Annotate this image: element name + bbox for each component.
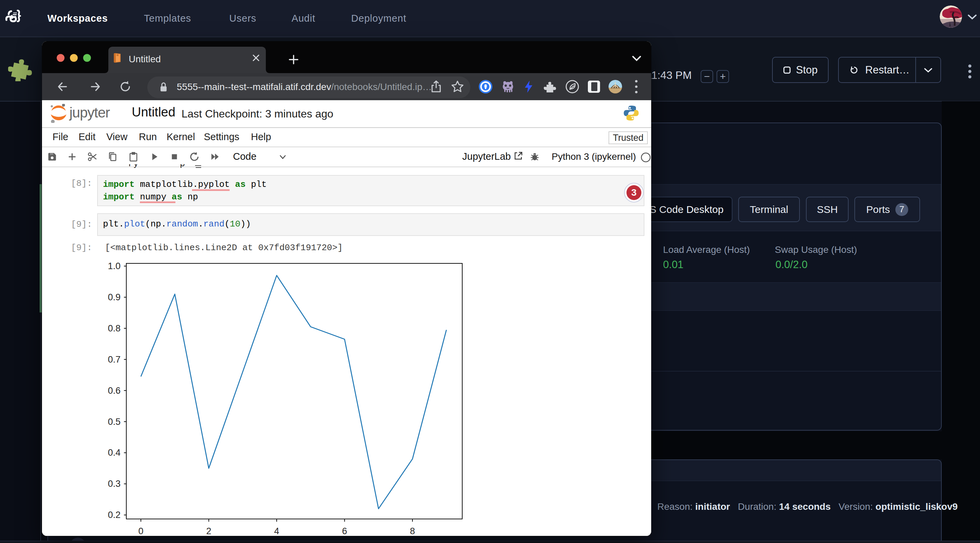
svg-text:2: 2 <box>206 526 211 535</box>
svg-text:8: 8 <box>410 526 415 535</box>
svg-text:0.6: 0.6 <box>108 386 121 396</box>
svg-text:0.5: 0.5 <box>108 417 121 427</box>
svg-text:1.0: 1.0 <box>108 261 121 271</box>
svg-text:0.4: 0.4 <box>108 448 121 458</box>
svg-text:0.2: 0.2 <box>108 510 121 520</box>
svg-text:4: 4 <box>274 526 279 535</box>
svg-text:6: 6 <box>342 526 347 535</box>
svg-text:0.3: 0.3 <box>108 479 121 489</box>
svg-text:0.7: 0.7 <box>108 354 121 365</box>
svg-text:0: 0 <box>138 526 143 535</box>
svg-text:0.8: 0.8 <box>108 323 121 333</box>
svg-text:0.9: 0.9 <box>108 292 121 302</box>
